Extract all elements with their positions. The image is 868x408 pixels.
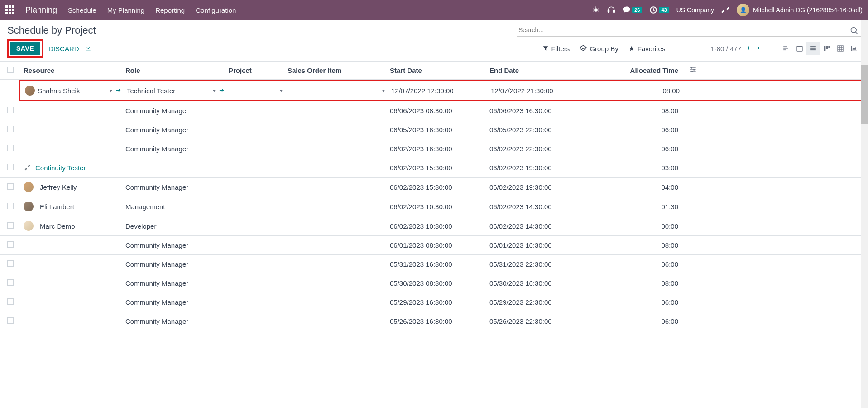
end-date-cell[interactable]: 06/06/2023 16:30:00 [489,107,622,115]
bug-icon[interactable] [592,6,600,14]
view-list[interactable] [806,42,820,55]
app-name[interactable]: Planning [25,5,57,15]
allocated-time-cell[interactable]: 00:00 [622,222,678,230]
select-all-checkbox[interactable] [7,67,14,73]
allocated-time-cell[interactable]: 03:00 [622,164,678,172]
allocated-time-cell[interactable]: 06:00 [622,126,678,134]
start-date-cell[interactable]: 12/07/2022 12:30:00 [391,87,491,95]
end-date-cell[interactable]: 06/02/2023 19:30:00 [489,164,622,172]
table-row[interactable]: Community Manager 06/01/2023 08:30:00 06… [0,236,868,255]
row-checkbox[interactable] [7,222,14,229]
header-end-date[interactable]: End Date [489,67,622,74]
row-checkbox[interactable] [7,279,14,286]
user-menu[interactable]: 👤 Mitchell Admin DG (21628854-16-0-all) [737,4,863,16]
allocated-time-cell[interactable]: 04:00 [622,183,678,191]
start-date-cell[interactable]: 05/29/2023 16:30:00 [390,298,489,306]
allocated-time-cell[interactable]: 06:00 [622,298,678,306]
header-allocated-time[interactable]: Allocated Time [622,67,678,74]
table-row[interactable]: Community Manager 06/06/2023 08:30:00 06… [0,101,868,120]
table-row[interactable]: Community Manager 05/26/2023 16:30:00 05… [0,312,868,331]
nav-configuration[interactable]: Configuration [196,6,236,14]
row-checkbox[interactable] [7,126,14,132]
table-row[interactable]: Community Manager 06/05/2023 16:30:00 06… [0,120,868,139]
apps-icon[interactable] [5,5,14,14]
table-row[interactable]: Jeffrey Kelly Community Manager 06/02/20… [0,178,868,197]
start-date-cell[interactable]: 05/26/2023 16:30:00 [390,317,489,325]
header-sales-order[interactable]: Sales Order Item [288,67,390,74]
allocated-time-cell[interactable]: 06:00 [622,145,678,153]
search-icon[interactable] [850,26,859,37]
end-date-cell[interactable]: 06/02/2023 14:30:00 [489,222,622,230]
end-date-cell[interactable]: 05/29/2023 22:30:00 [489,298,622,306]
allocated-time-cell[interactable]: 01:30 [622,203,678,211]
pager-prev[interactable] [746,45,751,53]
external-link-icon[interactable] [218,87,225,95]
start-date-cell[interactable]: 06/02/2023 10:30:00 [390,203,489,211]
header-role[interactable]: Role [125,67,229,74]
start-date-cell[interactable]: 06/02/2023 16:30:00 [390,145,489,153]
column-settings-icon[interactable] [689,67,696,75]
table-row[interactable]: Community Manager 06/02/2023 16:30:00 06… [0,139,868,158]
start-date-cell[interactable]: 06/01/2023 08:30:00 [390,241,489,249]
row-checkbox[interactable] [7,298,14,305]
tools-icon[interactable] [721,6,729,14]
company-selector[interactable]: US Company [676,6,714,14]
table-row[interactable]: Marc Demo Developer 06/02/2023 10:30:00 … [0,216,868,236]
external-link-icon[interactable] [115,87,121,95]
end-date-cell[interactable]: 12/07/2022 21:30:00 [491,87,623,95]
end-date-cell[interactable]: 06/02/2023 19:30:00 [489,183,622,191]
chevron-down-icon[interactable]: ▼ [279,88,283,93]
header-resource[interactable]: Resource [24,67,125,74]
discard-button[interactable]: DISCARD [48,45,79,53]
row-checkbox[interactable] [7,317,14,324]
activities-icon[interactable]: 43 [649,6,669,14]
end-date-cell[interactable]: 05/31/2023 22:30:00 [489,260,622,268]
end-date-cell[interactable]: 06/02/2023 14:30:00 [489,203,622,211]
row-checkbox[interactable] [7,241,14,248]
row-checkbox[interactable] [7,145,14,151]
row-checkbox[interactable] [7,183,14,190]
filters-button[interactable]: Filters [542,45,570,53]
support-icon[interactable] [607,6,615,14]
download-icon[interactable] [85,44,92,53]
nav-schedule[interactable]: Schedule [68,6,96,14]
start-date-cell[interactable]: 06/02/2023 15:30:00 [390,164,489,172]
chevron-down-icon[interactable]: ▼ [381,88,386,93]
allocated-time-cell[interactable]: 08:00 [622,279,678,287]
start-date-cell[interactable]: 06/02/2023 15:30:00 [390,183,489,191]
view-calendar[interactable] [793,42,806,55]
header-start-date[interactable]: Start Date [390,67,489,74]
allocated-time-cell[interactable]: 08:00 [622,107,678,115]
save-button[interactable]: SAVE [10,42,40,55]
nav-reporting[interactable]: Reporting [155,6,185,14]
start-date-cell[interactable]: 05/31/2023 16:30:00 [390,260,489,268]
allocated-time-cell[interactable]: 06:00 [622,317,678,325]
scrollbar[interactable] [861,20,868,331]
view-gantt[interactable] [779,42,793,55]
view-kanban[interactable] [820,42,834,55]
end-date-cell[interactable]: 05/26/2023 22:30:00 [489,317,622,325]
row-checkbox[interactable] [7,203,14,209]
table-row[interactable]: Eli Lambert Management 06/02/2023 10:30:… [0,197,868,216]
header-project[interactable]: Project [229,67,288,74]
table-row[interactable]: Shahna Sheik ▼ Technical Tester ▼ ▼ ▼ 12… [19,80,868,101]
end-date-cell[interactable]: 05/30/2023 16:30:00 [489,279,622,287]
scrollbar-thumb[interactable] [861,65,868,124]
view-graph[interactable] [847,42,861,55]
start-date-cell[interactable]: 06/06/2023 08:30:00 [390,107,489,115]
allocated-time-cell[interactable]: 06:00 [622,260,678,268]
allocated-time-cell[interactable]: 08:00 [623,87,680,95]
allocated-time-cell[interactable]: 08:00 [622,241,678,249]
start-date-cell[interactable]: 06/05/2023 16:30:00 [390,126,489,134]
table-row[interactable]: Community Manager 05/31/2023 16:30:00 05… [0,255,868,274]
end-date-cell[interactable]: 06/05/2023 22:30:00 [489,126,622,134]
row-checkbox[interactable] [7,107,14,113]
favorites-button[interactable]: Favorites [628,45,666,53]
end-date-cell[interactable]: 06/01/2023 16:30:00 [489,241,622,249]
search-input[interactable] [517,24,861,37]
messages-icon[interactable]: 26 [623,6,642,14]
chevron-down-icon[interactable]: ▼ [212,88,216,93]
table-row[interactable]: Continuity Tester 06/02/2023 15:30:00 06… [0,158,868,178]
groupby-button[interactable]: Group By [580,45,618,53]
chevron-down-icon[interactable]: ▼ [109,88,113,93]
